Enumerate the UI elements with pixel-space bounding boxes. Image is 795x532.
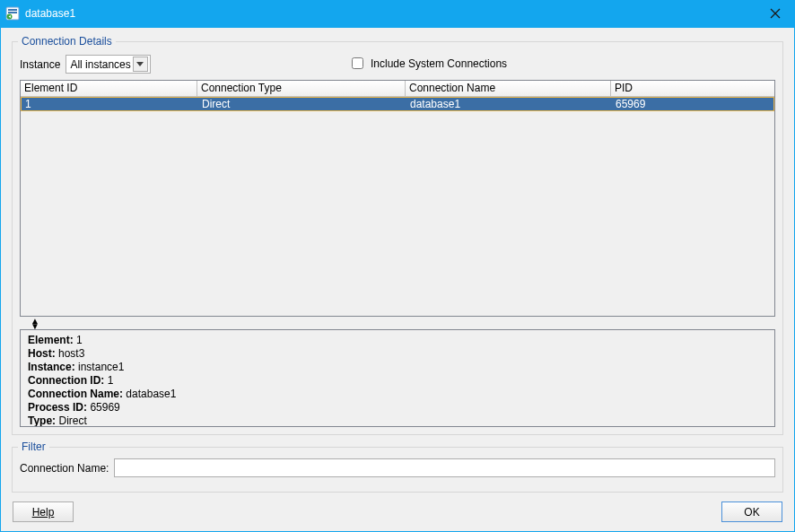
detail-process-id: Process ID: 65969 bbox=[28, 401, 767, 414]
detail-type: Type: Direct bbox=[28, 414, 767, 427]
include-system-label: Include System Connections bbox=[371, 57, 507, 70]
filter-legend: Filter bbox=[18, 440, 49, 453]
chevron-down-icon bbox=[133, 57, 148, 72]
detail-connection-id: Connection ID: 1 bbox=[28, 374, 767, 388]
close-icon bbox=[770, 8, 781, 19]
ok-button-label: OK bbox=[744, 506, 759, 519]
table-body: 1 Direct database1 65969 bbox=[21, 97, 774, 111]
col-connection-name[interactable]: Connection Name bbox=[406, 81, 611, 96]
filter-connection-name-label: Connection Name: bbox=[20, 462, 109, 475]
col-element-id[interactable]: Element ID bbox=[21, 81, 197, 96]
connection-details-legend: Connection Details bbox=[18, 35, 116, 48]
help-button-label: Help bbox=[32, 506, 55, 519]
instance-combobox-value: All instances bbox=[70, 58, 132, 71]
connection-details-group: Connection Details Instance All instance… bbox=[12, 35, 783, 435]
table-header: Element ID Connection Type Connection Na… bbox=[21, 81, 774, 97]
svg-rect-1 bbox=[8, 9, 17, 11]
titlebar[interactable]: database1 bbox=[0, 0, 795, 27]
help-button[interactable]: Help bbox=[13, 501, 74, 522]
svg-marker-7 bbox=[136, 62, 144, 66]
cell-connection-name: database1 bbox=[406, 98, 612, 110]
filter-group: Filter Connection Name: bbox=[12, 440, 783, 493]
details-panel: Element: 1 Host: host3 Instance: instanc… bbox=[20, 329, 775, 427]
include-system-checkbox[interactable] bbox=[352, 57, 363, 69]
include-system-row: Include System Connections bbox=[348, 55, 507, 72]
client-area: Connection Details Instance All instance… bbox=[0, 27, 795, 532]
window-title: database1 bbox=[25, 7, 75, 20]
cell-pid: 65969 bbox=[612, 98, 775, 110]
detail-element: Element: 1 bbox=[28, 334, 767, 347]
ok-button[interactable]: OK bbox=[721, 501, 782, 522]
cell-element-id: 1 bbox=[22, 98, 198, 110]
instance-label: Instance bbox=[20, 58, 60, 71]
detail-instance: Instance: instance1 bbox=[28, 361, 767, 374]
detail-connection-name: Connection Name: database1 bbox=[28, 388, 767, 401]
app-icon bbox=[5, 6, 20, 21]
col-connection-type[interactable]: Connection Type bbox=[197, 81, 406, 96]
instance-combobox[interactable]: All instances bbox=[66, 55, 150, 74]
detail-splitter[interactable]: ▲ ▼ bbox=[31, 318, 39, 329]
cell-connection-type: Direct bbox=[198, 98, 406, 110]
close-button[interactable] bbox=[755, 0, 795, 27]
connections-table: Element ID Connection Type Connection Na… bbox=[20, 80, 775, 317]
svg-rect-2 bbox=[8, 12, 17, 13]
col-pid[interactable]: PID bbox=[611, 81, 774, 96]
filter-connection-name-input[interactable] bbox=[114, 458, 775, 477]
table-row[interactable]: 1 Direct database1 65969 bbox=[21, 97, 774, 111]
detail-host: Host: host3 bbox=[28, 347, 767, 361]
